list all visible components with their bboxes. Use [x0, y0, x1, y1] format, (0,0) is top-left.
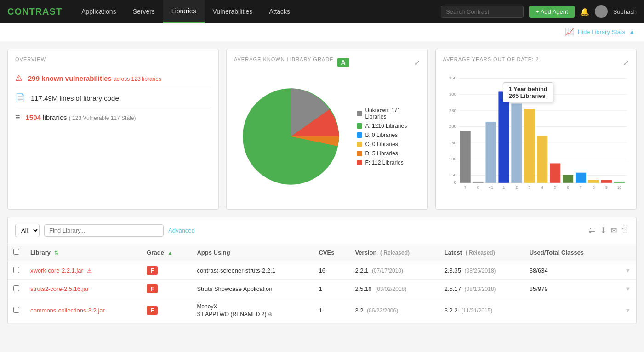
row1-checkbox[interactable] — [13, 267, 19, 273]
svg-text:200: 200 — [449, 124, 456, 129]
chevron-up-icon: ▲ — [629, 28, 635, 35]
sort-icon-library: ⇅ — [54, 250, 58, 255]
row3-checkbox[interactable] — [13, 307, 19, 313]
search-input[interactable] — [441, 6, 524, 18]
th-library[interactable]: Library ⇅ — [25, 244, 141, 261]
table-row: struts2-core-2.5.16.jar F Struts Showcas… — [8, 280, 636, 298]
row1-expand[interactable]: ▼ — [613, 261, 636, 280]
row2-checkbox-cell — [8, 280, 25, 298]
legend-label-c: C: 0 Libraries — [365, 141, 398, 148]
th-grade[interactable]: Grade ▲ — [141, 244, 191, 261]
row2-latest: 2.5.17 (08/13/2018) — [439, 280, 524, 298]
nav-vulnerabilities[interactable]: Vulnerabilities — [205, 0, 261, 23]
svg-text:350: 350 — [449, 75, 456, 80]
row2-latest-date: (08/13/2018) — [465, 286, 496, 292]
row3-version-val: 3.2 — [355, 307, 363, 314]
nav-servers[interactable]: Servers — [125, 0, 163, 23]
expand-icon[interactable]: ⤢ — [414, 58, 420, 67]
svg-rect-33 — [563, 175, 573, 182]
download-icon[interactable]: ⬇ — [600, 226, 606, 235]
filter-select[interactable]: All — [15, 224, 40, 237]
nav-applications[interactable]: Applications — [73, 0, 125, 23]
svg-text:250: 250 — [449, 108, 456, 113]
overview-libraries: ≡ 1504 libraries ( 123 Vulnerable 117 St… — [15, 108, 211, 127]
row2-checkbox[interactable] — [13, 285, 19, 291]
hide-stats-button[interactable]: Hide Library Stats — [578, 28, 625, 35]
row1-library-link[interactable]: xwork-core-2.2.1.jar — [30, 267, 83, 274]
libraries-text: 1504 libraries ( 123 Vulnerable 117 Stal… — [26, 114, 136, 121]
row2-library-link[interactable]: struts2-core-2.5.16.jar — [30, 285, 89, 292]
svg-text:3: 3 — [528, 185, 530, 190]
svg-text:<1: <1 — [489, 185, 493, 190]
th-checkbox — [8, 244, 25, 261]
th-latest[interactable]: Latest ( Released) — [439, 244, 524, 261]
bar-tooltip: 1 Year behind 265 Libraries — [503, 82, 553, 102]
row3-library-link[interactable]: commons-collections-3.2.jar — [30, 307, 105, 314]
row2-version-date: (03/02/2018) — [375, 286, 406, 292]
brand-logo[interactable]: CONTRAST — [7, 6, 62, 17]
vuln-count: 299 — [28, 74, 40, 82]
user-name[interactable]: Subhash — [613, 8, 637, 15]
svg-text:100: 100 — [449, 156, 456, 161]
legend-c: C: 0 Libraries — [357, 141, 420, 148]
tooltip-line1: 1 Year behind — [509, 85, 547, 92]
row1-classes: 38/634 — [524, 261, 613, 280]
navbar-right: + Add Agent 🔔 Subhash — [441, 5, 637, 18]
row1-latest: 2.3.35 (08/25/2018) — [439, 261, 524, 280]
overview-lines: 📄 117.49M lines of library code — [15, 88, 211, 108]
avatar — [595, 5, 608, 18]
overview-vulnerabilities: ⚠ 299 known vulnerabilities across 123 l… — [15, 68, 211, 88]
row3-classes — [524, 298, 613, 324]
add-agent-button[interactable]: + Add Agent — [529, 6, 574, 18]
row1-cves: 16 — [313, 261, 349, 280]
row3-expand[interactable]: ▼ — [613, 298, 636, 324]
svg-rect-23 — [498, 91, 509, 182]
row3-cves: 1 — [313, 298, 349, 324]
svg-rect-35 — [575, 173, 586, 183]
notification-icon[interactable]: 🔔 — [580, 7, 589, 16]
legend-dot-d — [357, 151, 362, 156]
legend-label-f: F: 112 Libraries — [365, 159, 403, 166]
th-expand — [613, 244, 636, 261]
row3-latest-date: (11/21/2015) — [461, 307, 492, 314]
list-icon: ≡ — [15, 113, 20, 122]
th-version[interactable]: Version ( Released) — [349, 244, 439, 261]
select-all-checkbox[interactable] — [13, 249, 19, 255]
row1-apps: contrast-screener-struts-2.2.1 — [191, 261, 313, 280]
th-cves[interactable]: CVEs — [313, 244, 349, 261]
svg-rect-39 — [601, 180, 611, 183]
chart-icon: 📈 — [565, 28, 574, 36]
svg-rect-17 — [460, 131, 470, 183]
legend-dot-b — [357, 132, 362, 138]
th-classes[interactable]: Used/Total Classes — [524, 244, 613, 261]
row1-checkbox-cell — [8, 261, 25, 280]
advanced-link[interactable]: Advanced — [168, 227, 195, 234]
th-library-label: Library — [30, 249, 51, 256]
lib-count: 1504 — [26, 114, 41, 121]
vuln-sub[interactable]: across 123 libraries — [114, 76, 161, 82]
send-icon[interactable]: ✉ — [611, 226, 617, 235]
tag-icon[interactable]: 🏷 — [588, 226, 596, 235]
sort-icon-grade: ▲ — [167, 250, 172, 255]
delete-icon[interactable]: 🗑 — [621, 226, 629, 235]
row1-version-val: 2.2.1 — [355, 267, 368, 274]
svg-text:4: 4 — [541, 185, 543, 190]
row3-apps-text: MoneyX ST APPTWO (RENAMED 2) ⊕ — [197, 303, 308, 318]
app-icon: ⊕ — [268, 311, 273, 318]
bar-panel: AVERAGE YEARS OUT OF DATE: 2 ⤢ 1 Year be… — [435, 49, 637, 210]
nav-attacks[interactable]: Attacks — [261, 0, 298, 23]
bar-expand-icon[interactable]: ⤢ — [623, 58, 629, 67]
bar-chart-area: 1 Year behind 265 Libraries 350 300 250 … — [443, 73, 629, 202]
nav-libraries[interactable]: Libraries — [163, 0, 205, 23]
row3-latest-val: 3.2.2 — [445, 307, 458, 314]
filter-icons: 🏷 ⬇ ✉ 🗑 — [588, 226, 629, 235]
svg-rect-29 — [537, 136, 547, 183]
row2-expand[interactable]: ▼ — [613, 280, 636, 298]
svg-text:50: 50 — [451, 172, 456, 177]
th-apps[interactable]: Apps Using — [191, 244, 313, 261]
code-icon: 📄 — [15, 93, 25, 103]
overview-panel: OVERVIEW ⚠ 299 known vulnerabilities acr… — [7, 49, 219, 210]
find-library-input[interactable] — [44, 224, 164, 237]
svg-text:8: 8 — [593, 185, 595, 190]
vulnerabilities-text: 299 known vulnerabilities across 123 lib… — [28, 74, 161, 82]
